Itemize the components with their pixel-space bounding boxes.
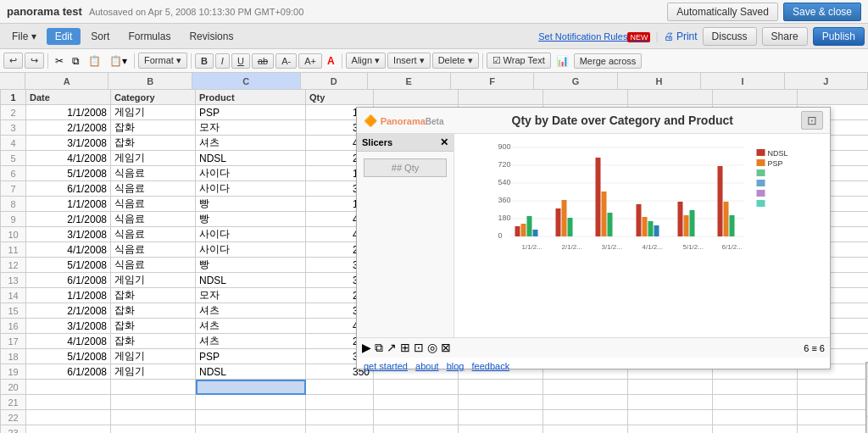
menu-formulas[interactable]: Formulas xyxy=(120,28,179,45)
svg-text:1/1/2...: 1/1/2... xyxy=(522,243,542,251)
copy-icon[interactable]: ⧉ xyxy=(69,53,83,69)
share-button[interactable]: Share xyxy=(762,27,808,46)
svg-rect-16 xyxy=(556,208,561,236)
menu-sort[interactable]: Sort xyxy=(82,28,118,45)
discuss-button[interactable]: Discuss xyxy=(703,27,757,46)
chart-icon-5[interactable]: ⊡ xyxy=(414,341,424,355)
menu-edit[interactable]: Edit xyxy=(47,28,81,45)
row-1-a[interactable]: Date xyxy=(26,90,111,105)
delete-button[interactable]: Delete ▾ xyxy=(432,53,479,69)
chart-icon-1[interactable]: ▶ xyxy=(362,341,371,355)
separator-5 xyxy=(482,53,483,69)
slicer-close-button[interactable]: ✕ xyxy=(440,136,448,148)
slicer-title-bar: Slicers ✕ xyxy=(357,134,453,152)
row-1-h[interactable] xyxy=(628,90,713,105)
chart-icon-2[interactable]: ⧉ xyxy=(375,341,383,355)
col-b-header: B xyxy=(108,73,192,89)
chart-row-count: 6 ≡ 6 xyxy=(804,343,825,353)
merge-button[interactable]: Merge across xyxy=(574,53,643,69)
slicer-content[interactable]: ## Qty xyxy=(357,152,453,184)
svg-rect-17 xyxy=(562,200,567,236)
text-color-icon[interactable]: A xyxy=(324,53,338,69)
svg-rect-45 xyxy=(757,200,765,207)
svg-rect-44 xyxy=(757,190,765,197)
insert-button[interactable]: Insert ▾ xyxy=(387,53,431,69)
row-2-b[interactable]: 게임기 xyxy=(111,105,196,120)
wrap-text-button[interactable]: ☑ Wrap Text xyxy=(487,53,551,69)
slicer-qty-item[interactable]: ## Qty xyxy=(364,158,447,177)
svg-rect-14 xyxy=(527,216,532,236)
print-link[interactable]: 🖨 Print xyxy=(664,31,698,42)
row-2-num: 2 xyxy=(1,105,26,120)
paste-icon[interactable]: 📋 xyxy=(85,53,104,69)
save-close-button[interactable]: Save & close xyxy=(783,3,861,21)
row-1-e[interactable] xyxy=(374,90,459,105)
row-1-b[interactable]: Category xyxy=(111,90,196,105)
row-1-f[interactable] xyxy=(459,90,543,105)
row-1-j[interactable] xyxy=(798,90,868,105)
bar-chart-svg: 900 720 540 360 180 0 xyxy=(461,141,823,276)
row-2-c[interactable]: PSP xyxy=(196,105,306,120)
row-3-b[interactable]: 잡화 xyxy=(111,120,196,136)
svg-rect-29 xyxy=(718,166,723,236)
chart-title-bar: 🔶 PanoramaBeta Qty by Date over Category… xyxy=(357,108,830,134)
italic-button[interactable]: I xyxy=(215,53,230,69)
font-decrease-button[interactable]: A- xyxy=(275,53,297,69)
slicer-panel: Slicers ✕ ## Qty xyxy=(357,134,454,337)
redo-button[interactable]: ↪ xyxy=(25,53,44,69)
publish-button[interactable]: Publish xyxy=(813,27,865,46)
svg-text:3/1/2...: 3/1/2... xyxy=(602,243,622,251)
row-3-a[interactable]: 2/1/2008 xyxy=(26,120,111,136)
top-right-buttons: Automatically Saved Save & close xyxy=(667,3,861,21)
row-1-i[interactable] xyxy=(713,90,798,105)
row-3-c[interactable]: 모자 xyxy=(196,120,306,136)
menu-file[interactable]: File ▾ xyxy=(3,28,45,45)
title-area: panorama test Autosaved on Apr 5, 2008 1… xyxy=(7,5,303,18)
svg-rect-27 xyxy=(684,215,689,236)
autosaved-button[interactable]: Automatically Saved xyxy=(667,3,778,21)
chart-icon-4[interactable]: ⊞ xyxy=(400,341,410,355)
svg-text:6/1/2...: 6/1/2... xyxy=(722,243,743,251)
svg-text:NDSL: NDSL xyxy=(768,149,788,158)
format-button[interactable]: Format ▾ xyxy=(138,53,187,69)
bold-button[interactable]: B xyxy=(195,53,214,69)
notification-link[interactable]: Set Notification RulesNEW xyxy=(538,31,650,42)
chart-close-button[interactable]: ⊡ xyxy=(801,111,823,130)
footer-link-blog[interactable]: blog xyxy=(447,361,465,371)
font-increase-button[interactable]: A+ xyxy=(298,53,322,69)
autosave-text: Autosaved on Apr 5, 2008 10:13:30 PM GMT… xyxy=(89,7,303,17)
svg-text:180: 180 xyxy=(498,214,511,222)
footer-link-start[interactable]: get started xyxy=(364,361,408,371)
footer-link-feedback[interactable]: feedback xyxy=(472,361,510,371)
svg-rect-19 xyxy=(596,158,601,236)
menu-revisions[interactable]: Revisions xyxy=(181,28,242,45)
chart-icon-6[interactable]: ◎ xyxy=(427,341,437,355)
footer-link-about[interactable]: about xyxy=(415,361,439,371)
col-c-header: C xyxy=(192,73,301,89)
underline-button[interactable]: U xyxy=(231,53,250,69)
toolbar: ↩ ↪ ✂ ⧉ 📋 📋▾ Format ▾ B I U ab A- A+ A A… xyxy=(0,49,868,73)
row-2-a[interactable]: 1/1/2008 xyxy=(26,105,111,120)
menu-right: Set Notification RulesNEW | 🖨 Print Disc… xyxy=(538,27,865,46)
paste-special-icon[interactable]: 📋▾ xyxy=(106,53,131,69)
chart-icon[interactable]: 📊 xyxy=(553,53,572,69)
svg-rect-12 xyxy=(515,226,520,236)
grid-container[interactable]: 1 Date Category Product Qty 2 1/1/2008 게… xyxy=(0,90,868,433)
undo-button[interactable]: ↩ xyxy=(3,53,23,69)
cut-icon[interactable]: ✂ xyxy=(52,53,67,69)
svg-rect-40 xyxy=(757,159,765,166)
svg-rect-31 xyxy=(730,215,735,236)
svg-text:5/1/2...: 5/1/2... xyxy=(683,243,704,251)
svg-rect-43 xyxy=(757,180,765,186)
svg-rect-13 xyxy=(521,224,526,236)
svg-text:900: 900 xyxy=(498,142,511,151)
row-1-c[interactable]: Product xyxy=(196,90,306,105)
col-f-header: F xyxy=(451,73,534,89)
svg-rect-18 xyxy=(568,218,573,236)
row-1-g[interactable] xyxy=(543,90,628,105)
strikethrough-button[interactable]: ab xyxy=(252,53,274,69)
chart-icon-3[interactable]: ↗ xyxy=(387,341,397,355)
row-1-d[interactable]: Qty xyxy=(306,90,374,105)
align-button[interactable]: Align ▾ xyxy=(346,53,387,69)
chart-icon-7[interactable]: ⊠ xyxy=(441,341,451,355)
